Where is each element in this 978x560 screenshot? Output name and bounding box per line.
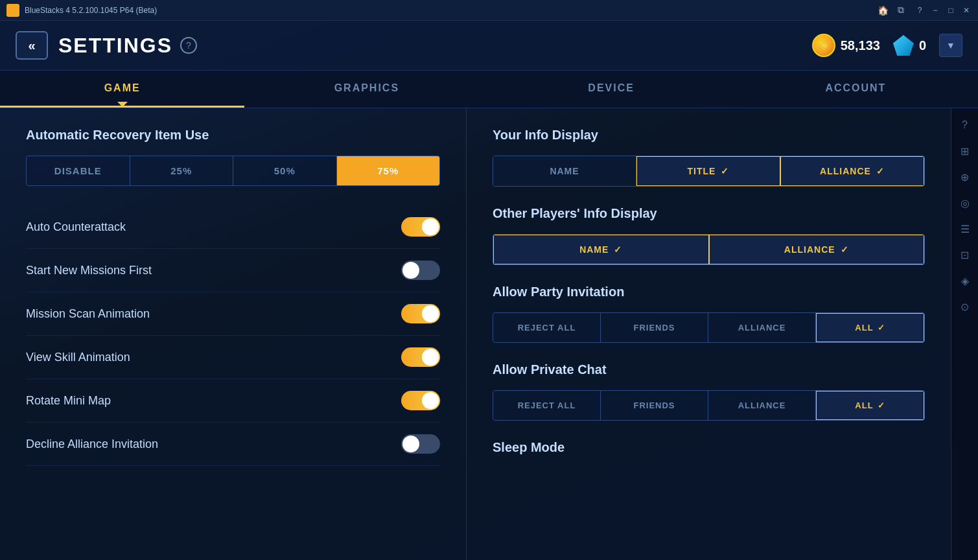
gem-icon <box>893 35 914 56</box>
side-icon-list[interactable]: ☰ <box>955 218 975 239</box>
back-button[interactable]: « <box>16 31 48 60</box>
left-panel: Automatic Recovery Item Use DISABLE 25% … <box>0 108 467 560</box>
chat-friends[interactable]: FRIENDS <box>601 391 708 420</box>
toggle-knob <box>422 349 439 366</box>
toggle-label-skill-animation: View Skill Animation <box>26 351 130 364</box>
toggle-skill-animation-switch[interactable] <box>401 347 440 367</box>
toggle-label-rotate-map: Rotate Mini Map <box>26 394 111 408</box>
other-players-title: Other Players' Info Display <box>493 206 925 221</box>
private-chat-section: Allow Private Chat REJECT ALL FRIENDS AL… <box>493 362 925 421</box>
toggle-new-missions: Start New Missions First <box>26 249 440 292</box>
toggle-rotate-map: Rotate Mini Map <box>26 379 440 423</box>
tab-device[interactable]: DEVICE <box>489 71 734 108</box>
maximize-button[interactable]: □ <box>946 5 956 16</box>
toggle-knob <box>402 262 419 279</box>
tabs-bar: GAME GRAPHICS DEVICE ACCOUNT <box>0 71 978 108</box>
recovery-options: DISABLE 25% 50% 75% <box>26 156 440 186</box>
window-controls: ? − □ ✕ <box>914 5 972 16</box>
minimize-button[interactable]: − <box>930 5 940 16</box>
toggle-auto-counterattack: Auto Counterattack <box>26 205 440 249</box>
header-dropdown-button[interactable]: ▼ <box>939 34 962 57</box>
header-right: 🪙 58,133 0 ▼ <box>812 34 962 57</box>
side-bar: ? ⊞ ⊕ ◎ ☰ ⊡ ◈ ⊙ <box>951 108 978 560</box>
coins-value: 58,133 <box>841 38 880 53</box>
tab-account[interactable]: ACCOUNT <box>734 71 978 108</box>
recovery-50[interactable]: 50% <box>233 156 337 185</box>
private-chat-title: Allow Private Chat <box>493 362 925 377</box>
gems-item: 0 <box>893 35 926 56</box>
toggle-decline-alliance-switch[interactable] <box>401 434 440 454</box>
toggle-knob <box>422 218 439 235</box>
your-info-name[interactable]: NAME <box>493 156 636 186</box>
check-icon: ✓ <box>841 244 849 255</box>
other-players-section: Other Players' Info Display NAME ✓ ALLIA… <box>493 206 925 265</box>
party-all[interactable]: ALL ✓ <box>816 313 924 342</box>
gems-value: 0 <box>919 38 926 53</box>
toggle-rotate-map-switch[interactable] <box>401 391 440 410</box>
your-info-title-btn[interactable]: TITLE ✓ <box>636 156 780 186</box>
recovery-25[interactable]: 25% <box>130 156 234 185</box>
recovery-section-title: Automatic Recovery Item Use <box>26 128 440 143</box>
toggle-mission-scan: Mission Scan Animation <box>26 292 440 336</box>
check-icon: ✓ <box>878 323 885 332</box>
home-icon[interactable]: 🏠 <box>878 5 889 16</box>
other-players-name[interactable]: NAME ✓ <box>493 235 709 264</box>
party-invite-title: Allow Party Invitation <box>493 285 925 299</box>
tab-game[interactable]: GAME <box>0 71 244 108</box>
party-invite-options: REJECT ALL FRIENDS ALLIANCE ALL ✓ <box>493 312 925 343</box>
side-icon-diamond[interactable]: ◈ <box>955 270 975 291</box>
recovery-disable[interactable]: DISABLE <box>27 156 130 185</box>
toggle-label-decline-alliance: Decline Alliance Invitation <box>26 438 158 451</box>
toggle-knob <box>422 305 439 322</box>
toggle-decline-alliance: Decline Alliance Invitation <box>26 423 440 466</box>
side-icon-target[interactable]: ⊙ <box>955 296 975 317</box>
chat-alliance[interactable]: ALLIANCE <box>708 391 816 420</box>
tab-graphics[interactable]: GRAPHICS <box>244 71 489 108</box>
your-info-title: Your Info Display <box>493 128 925 143</box>
help-icon[interactable]: ? <box>180 37 197 54</box>
private-chat-options: REJECT ALL FRIENDS ALLIANCE ALL ✓ <box>493 390 925 421</box>
toggle-label-auto-counterattack: Auto Counterattack <box>26 220 126 234</box>
check-icon: ✓ <box>614 244 622 255</box>
toggle-skill-animation: View Skill Animation <box>26 336 440 379</box>
title-bar-icons: 🏠 ⧉ <box>878 5 904 16</box>
page-title: SETTINGS <box>58 34 172 58</box>
check-icon: ✓ <box>876 166 885 176</box>
toggle-auto-counterattack-switch[interactable] <box>401 217 440 237</box>
chat-all[interactable]: ALL ✓ <box>816 391 924 420</box>
side-icon-add[interactable]: ⊕ <box>955 167 975 187</box>
copy-icon[interactable]: ⧉ <box>898 5 904 16</box>
app-title: BlueStacks 4 5.2.100.1045 P64 (Beta) <box>25 6 878 15</box>
sleep-mode-title: Sleep Mode <box>493 440 925 455</box>
party-alliance[interactable]: ALLIANCE <box>708 313 816 342</box>
party-friends[interactable]: FRIENDS <box>601 313 708 342</box>
other-players-options: NAME ✓ ALLIANCE ✓ <box>493 234 925 265</box>
header: « SETTINGS ? 🪙 58,133 0 ▼ <box>0 21 978 71</box>
tab-arrow <box>117 102 128 107</box>
title-bar: BlueStacks 4 5.2.100.1045 P64 (Beta) 🏠 ⧉… <box>0 0 978 21</box>
right-panel: Your Info Display NAME TITLE ✓ ALLIANCE … <box>467 108 951 560</box>
your-info-alliance[interactable]: ALLIANCE ✓ <box>780 156 924 186</box>
other-players-alliance[interactable]: ALLIANCE ✓ <box>709 235 925 264</box>
toggle-label-mission-scan: Mission Scan Animation <box>26 307 150 321</box>
side-icon-circle[interactable]: ◎ <box>955 192 975 213</box>
help-title-icon[interactable]: ? <box>914 5 925 16</box>
app-logo <box>6 4 19 17</box>
your-info-options: NAME TITLE ✓ ALLIANCE ✓ <box>493 156 925 187</box>
your-info-section: Your Info Display NAME TITLE ✓ ALLIANCE … <box>493 128 925 187</box>
content-area: Automatic Recovery Item Use DISABLE 25% … <box>0 108 978 560</box>
chat-reject-all[interactable]: REJECT ALL <box>493 391 601 420</box>
toggle-new-missions-switch[interactable] <box>401 261 440 280</box>
toggle-label-new-missions: Start New Missions First <box>26 264 152 277</box>
toggle-knob <box>402 436 419 452</box>
recovery-75[interactable]: 75% <box>337 156 440 185</box>
close-button[interactable]: ✕ <box>961 5 972 16</box>
coin-icon: 🪙 <box>812 34 835 57</box>
party-invitation-section: Allow Party Invitation REJECT ALL FRIEND… <box>493 285 925 343</box>
toggle-mission-scan-switch[interactable] <box>401 304 440 323</box>
coins-item: 🪙 58,133 <box>812 34 880 57</box>
side-icon-box[interactable]: ⊡ <box>955 244 975 265</box>
party-reject-all[interactable]: REJECT ALL <box>493 313 601 342</box>
side-icon-grid[interactable]: ⊞ <box>955 141 975 161</box>
side-icon-help[interactable]: ? <box>955 115 975 135</box>
